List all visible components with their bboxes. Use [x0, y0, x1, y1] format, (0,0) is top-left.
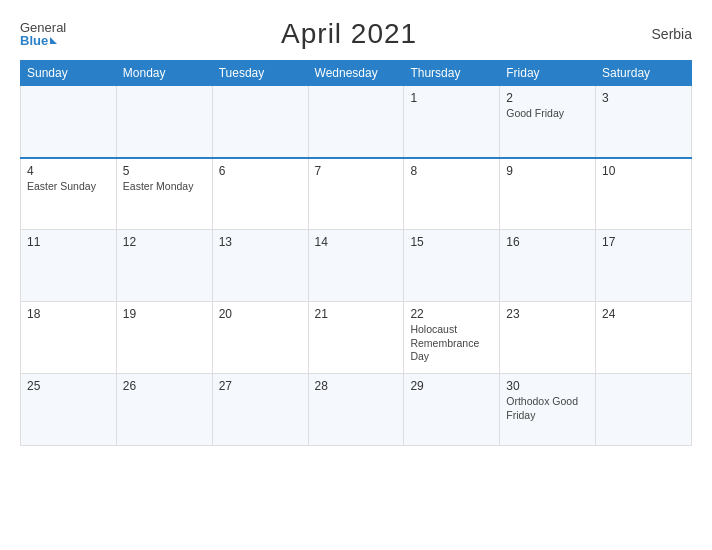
calendar-cell: 28: [308, 374, 404, 446]
calendar-cell: 12: [116, 230, 212, 302]
col-friday: Friday: [500, 61, 596, 86]
day-number: 27: [219, 379, 302, 393]
calendar-cell: 26: [116, 374, 212, 446]
calendar-cell: [116, 86, 212, 158]
calendar-cell: 11: [21, 230, 117, 302]
col-sunday: Sunday: [21, 61, 117, 86]
calendar-cell: 7: [308, 158, 404, 230]
day-number: 20: [219, 307, 302, 321]
day-number: 9: [506, 164, 589, 178]
day-number: 25: [27, 379, 110, 393]
day-number: 12: [123, 235, 206, 249]
calendar-row: 12Good Friday3: [21, 86, 692, 158]
calendar-cell: 8: [404, 158, 500, 230]
calendar-cell: 2Good Friday: [500, 86, 596, 158]
calendar-cell: 18: [21, 302, 117, 374]
day-number: 30: [506, 379, 589, 393]
calendar-cell: [596, 374, 692, 446]
calendar-cell: 30Orthodox Good Friday: [500, 374, 596, 446]
logo-triangle-icon: [50, 37, 57, 44]
calendar-cell: 17: [596, 230, 692, 302]
col-thursday: Thursday: [404, 61, 500, 86]
holiday-label: Holocaust Remembrance Day: [410, 323, 493, 364]
calendar-cell: [21, 86, 117, 158]
day-number: 15: [410, 235, 493, 249]
calendar-cell: 5Easter Monday: [116, 158, 212, 230]
calendar-cell: 10: [596, 158, 692, 230]
col-monday: Monday: [116, 61, 212, 86]
calendar-cell: 24: [596, 302, 692, 374]
calendar-cell: 16: [500, 230, 596, 302]
day-number: 7: [315, 164, 398, 178]
calendar-cell: 19: [116, 302, 212, 374]
calendar-cell: 15: [404, 230, 500, 302]
holiday-label: Easter Monday: [123, 180, 206, 194]
day-number: 21: [315, 307, 398, 321]
calendar-cell: 23: [500, 302, 596, 374]
calendar-cell: 25: [21, 374, 117, 446]
day-number: 22: [410, 307, 493, 321]
day-number: 26: [123, 379, 206, 393]
day-number: 2: [506, 91, 589, 105]
calendar-cell: 20: [212, 302, 308, 374]
calendar-cell: 29: [404, 374, 500, 446]
day-number: 16: [506, 235, 589, 249]
col-tuesday: Tuesday: [212, 61, 308, 86]
calendar-table: Sunday Monday Tuesday Wednesday Thursday…: [20, 60, 692, 446]
logo-blue-text: Blue: [20, 34, 66, 47]
day-number: 13: [219, 235, 302, 249]
day-number: 5: [123, 164, 206, 178]
day-number: 23: [506, 307, 589, 321]
calendar-cell: [308, 86, 404, 158]
calendar-cell: 3: [596, 86, 692, 158]
month-title: April 2021: [66, 18, 632, 50]
calendar-cell: [212, 86, 308, 158]
day-number: 6: [219, 164, 302, 178]
day-number: 3: [602, 91, 685, 105]
day-number: 11: [27, 235, 110, 249]
calendar-row: 1819202122Holocaust Remembrance Day2324: [21, 302, 692, 374]
day-number: 19: [123, 307, 206, 321]
col-saturday: Saturday: [596, 61, 692, 86]
calendar-cell: 27: [212, 374, 308, 446]
day-number: 1: [410, 91, 493, 105]
day-number: 14: [315, 235, 398, 249]
day-number: 4: [27, 164, 110, 178]
country-label: Serbia: [632, 26, 692, 42]
calendar-cell: 4Easter Sunday: [21, 158, 117, 230]
header: General Blue April 2021 Serbia: [20, 18, 692, 50]
calendar-cell: 13: [212, 230, 308, 302]
holiday-label: Good Friday: [506, 107, 589, 121]
logo: General Blue: [20, 21, 66, 47]
calendar-page: General Blue April 2021 Serbia Sunday Mo…: [0, 0, 712, 550]
calendar-cell: 9: [500, 158, 596, 230]
weekday-header-row: Sunday Monday Tuesday Wednesday Thursday…: [21, 61, 692, 86]
calendar-cell: 14: [308, 230, 404, 302]
day-number: 8: [410, 164, 493, 178]
calendar-cell: 6: [212, 158, 308, 230]
calendar-row: 252627282930Orthodox Good Friday: [21, 374, 692, 446]
col-wednesday: Wednesday: [308, 61, 404, 86]
holiday-label: Easter Sunday: [27, 180, 110, 194]
calendar-cell: 21: [308, 302, 404, 374]
calendar-cell: 22Holocaust Remembrance Day: [404, 302, 500, 374]
day-number: 28: [315, 379, 398, 393]
calendar-cell: 1: [404, 86, 500, 158]
day-number: 18: [27, 307, 110, 321]
calendar-row: 4Easter Sunday5Easter Monday678910: [21, 158, 692, 230]
day-number: 17: [602, 235, 685, 249]
calendar-row: 11121314151617: [21, 230, 692, 302]
day-number: 29: [410, 379, 493, 393]
holiday-label: Orthodox Good Friday: [506, 395, 589, 422]
day-number: 24: [602, 307, 685, 321]
day-number: 10: [602, 164, 685, 178]
